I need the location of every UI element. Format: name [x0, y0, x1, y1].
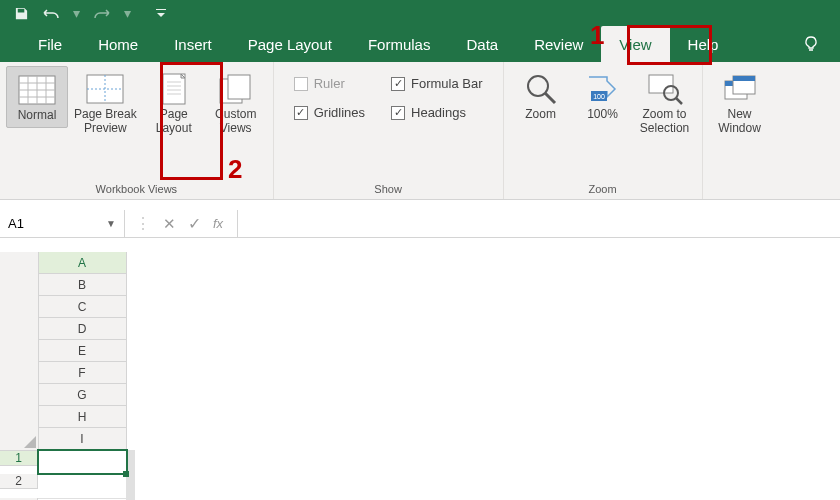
tab-review[interactable]: Review [516, 26, 601, 62]
callout-1: 1 [590, 20, 604, 51]
svg-text:100: 100 [593, 93, 605, 100]
col-header[interactable]: D [39, 318, 127, 340]
name-box[interactable]: A1 ▼ [0, 210, 125, 237]
tell-me-icon[interactable] [802, 26, 820, 62]
callout-box-view-tab [627, 25, 712, 65]
col-header[interactable]: B [39, 274, 127, 296]
col-header[interactable]: G [39, 384, 127, 406]
normal-icon [17, 71, 57, 109]
zoom-label: Zoom [525, 108, 556, 122]
formula-bar-label: Formula Bar [411, 76, 483, 91]
formula-bar: A1 ▼ ⋮ ✕ ✓ fx [0, 210, 840, 238]
zoom-selection-button[interactable]: Zoom to Selection [634, 66, 696, 140]
col-header[interactable]: A [39, 252, 127, 274]
redo-caret-icon[interactable]: ▾ [118, 5, 137, 21]
redo-icon[interactable] [86, 6, 118, 20]
svg-rect-27 [733, 76, 755, 81]
new-window-icon [720, 70, 760, 108]
save-icon[interactable] [8, 6, 35, 21]
row-header[interactable]: 1 [0, 451, 38, 466]
workbook-views-group-label: Workbook Views [96, 181, 178, 197]
formula-bar-checkbox[interactable]: ✓Formula Bar [391, 76, 483, 91]
formula-input[interactable] [238, 210, 840, 237]
col-header[interactable]: H [39, 406, 127, 428]
cell[interactable] [38, 450, 127, 474]
enter-icon[interactable]: ✓ [188, 214, 201, 233]
page-break-label: Page Break Preview [74, 108, 137, 136]
normal-button[interactable]: Normal [6, 66, 68, 128]
tab-formulas[interactable]: Formulas [350, 26, 449, 62]
title-bar: ▾ ▾ [0, 0, 840, 26]
normal-label: Normal [18, 109, 57, 123]
ribbon: Normal Page Break Preview Page Layout Cu… [0, 62, 840, 200]
undo-caret-icon[interactable]: ▾ [67, 5, 86, 21]
zoom-selection-label: Zoom to Selection [640, 108, 689, 136]
ruler-label: Ruler [314, 76, 345, 91]
undo-icon[interactable] [35, 6, 67, 20]
headings-label: Headings [411, 105, 466, 120]
gridlines-checkbox[interactable]: ✓Gridlines [294, 105, 365, 120]
tab-page-layout[interactable]: Page Layout [230, 26, 350, 62]
zoom-100-label: 100% [587, 108, 618, 122]
cancel-icon[interactable]: ✕ [163, 215, 176, 233]
zoom-button[interactable]: Zoom [510, 66, 572, 126]
svg-rect-21 [649, 75, 673, 93]
group-show: Ruler ✓Gridlines ✓Formula Bar ✓Headings … [274, 62, 504, 199]
fx-icon[interactable]: fx [213, 216, 227, 231]
cell[interactable] [134, 450, 135, 474]
fx-separator-icon: ⋮ [135, 214, 151, 233]
zoom-100-icon: 100 [583, 70, 623, 108]
cell[interactable] [134, 474, 135, 498]
col-header[interactable]: I [39, 428, 127, 450]
tab-data[interactable]: Data [448, 26, 516, 62]
spreadsheet-grid[interactable]: A B C D E F G H I 1 2 3 4 5 6 7 [0, 252, 135, 500]
svg-line-23 [676, 98, 682, 104]
ribbon-tabs: File Home Insert Page Layout Formulas Da… [0, 26, 840, 62]
ruler-checkbox: Ruler [294, 76, 365, 91]
zoom-icon [521, 70, 561, 108]
zoom-group-label: Zoom [588, 181, 616, 197]
new-window-label: New Window [718, 108, 761, 136]
group-zoom: Zoom 100 100% Zoom to Selection Zoom [504, 62, 703, 199]
svg-line-18 [545, 93, 555, 103]
zoom-selection-icon [645, 70, 685, 108]
headings-checkbox[interactable]: ✓Headings [391, 105, 483, 120]
col-header[interactable]: E [39, 340, 127, 362]
col-header[interactable]: F [39, 362, 127, 384]
gridlines-label: Gridlines [314, 105, 365, 120]
col-header[interactable]: C [39, 296, 127, 318]
chevron-down-icon[interactable]: ▼ [106, 218, 116, 229]
select-all-corner[interactable] [0, 252, 38, 450]
page-break-preview-button[interactable]: Page Break Preview [68, 66, 143, 140]
tab-file[interactable]: File [20, 26, 80, 62]
row-header[interactable]: 2 [0, 474, 38, 489]
show-group-label: Show [374, 181, 402, 197]
new-window-button[interactable]: New Window [709, 66, 771, 140]
tab-insert[interactable]: Insert [156, 26, 230, 62]
cell[interactable] [38, 474, 127, 498]
callout-2: 2 [228, 154, 242, 185]
tab-home[interactable]: Home [80, 26, 156, 62]
svg-rect-16 [228, 75, 250, 99]
qat-customize-icon[interactable] [149, 7, 173, 19]
name-box-value: A1 [8, 216, 24, 231]
page-break-icon [85, 70, 125, 108]
zoom-100-button[interactable]: 100 100% [572, 66, 634, 126]
group-window: New Window [703, 62, 777, 199]
callout-box-page-layout [160, 62, 223, 180]
